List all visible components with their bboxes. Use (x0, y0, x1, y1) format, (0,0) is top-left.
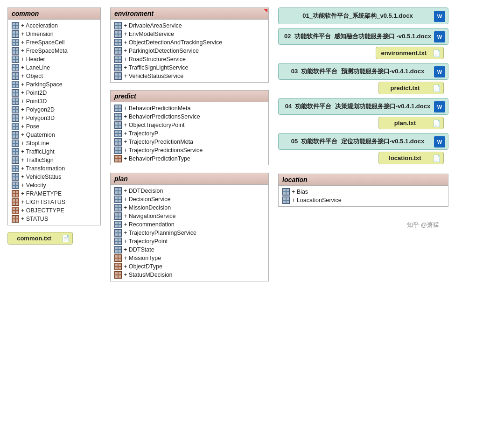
item-label: + Pose (21, 123, 39, 130)
list-item: + VehicleStatusService (112, 72, 266, 80)
svg-rect-1 (16, 23, 18, 25)
field-icon (114, 130, 122, 137)
file-group-3: 04_功能软件平台_决策规划功能服务接口-v0.4.1.docxWplan.tx… (278, 98, 448, 129)
svg-rect-140 (115, 139, 118, 141)
svg-rect-153 (119, 188, 121, 190)
svg-rect-17 (16, 56, 18, 59)
svg-rect-98 (115, 26, 118, 28)
svg-rect-71 (16, 169, 18, 171)
svg-rect-145 (119, 147, 121, 150)
field-icon (114, 212, 122, 220)
svg-rect-28 (13, 82, 15, 84)
file-group-2: 03_功能软件平台_预测功能服务接口-v0.4.1.docxWpredict.t… (278, 63, 448, 94)
word-file-box-2[interactable]: 03_功能软件平台_预测功能服务接口-v0.4.1.docxW (278, 63, 448, 80)
item-label: + ObjectDType (124, 263, 162, 270)
svg-rect-182 (115, 250, 118, 253)
svg-rect-72 (13, 174, 15, 176)
environment-body: + DrivableAreaService+ EnvModelService+ … (111, 20, 268, 82)
field-icon (114, 47, 122, 55)
svg-rect-86 (13, 203, 15, 205)
enum-icon (114, 254, 122, 262)
plan-class-box: plan + DDTDecision+ DecisionService+ Mis… (110, 173, 269, 281)
svg-rect-23 (16, 68, 18, 70)
svg-rect-181 (119, 247, 121, 249)
field-icon (114, 196, 122, 203)
item-label: + TrajectoryP (124, 130, 158, 137)
list-item: + DrivableAreaService (112, 21, 266, 30)
right-column: 01_功能软件平台_系统架构_v0.5.1.docxW02_功能软件平台_感知融… (278, 7, 448, 229)
item-label: + TrafficSign (21, 157, 54, 163)
list-item: + ObjectDetectionAndTrackingService (112, 38, 266, 47)
word-file-box-4[interactable]: 05_功能软件平台_定位功能服务接口-v0.5.1.docxW (278, 133, 448, 150)
svg-rect-193 (119, 272, 121, 274)
common-txt-file[interactable]: common.txt 📄 (7, 232, 73, 245)
item-label: + FreeSpaceMeta (21, 48, 68, 54)
list-item: + Polygon2D (10, 105, 98, 114)
svg-rect-165 (119, 213, 121, 216)
svg-rect-8 (13, 40, 15, 42)
svg-rect-56 (13, 140, 15, 143)
list-item: + MissionType (112, 254, 266, 262)
txt-file-box-1[interactable]: environment.txt📄 (376, 47, 444, 59)
svg-rect-199 (287, 192, 289, 195)
svg-rect-113 (119, 56, 121, 59)
svg-rect-79 (16, 186, 18, 188)
word-file-box-1[interactable]: 02_功能软件平台_感知融合功能服务接口 -v0.5.1.docxW (278, 28, 448, 45)
field-icon (114, 113, 122, 120)
environment-header: environment (111, 8, 268, 20)
list-item: + TrajectoryPlanningService (112, 229, 266, 237)
svg-rect-13 (16, 48, 18, 50)
svg-rect-190 (115, 267, 118, 269)
field-icon (12, 148, 19, 155)
svg-rect-43 (16, 110, 18, 112)
svg-rect-126 (115, 109, 118, 111)
word-file-box-3[interactable]: 04_功能软件平台_决策规划功能服务接口-v0.4.1.docxW (278, 98, 448, 115)
svg-rect-101 (119, 31, 121, 34)
item-label: + RoadStructureService (124, 56, 186, 63)
common-class-box: common + Acceleration+ Dimension+ FreeSp… (7, 7, 101, 225)
svg-rect-143 (119, 142, 121, 145)
svg-rect-174 (115, 233, 118, 236)
svg-rect-103 (119, 35, 121, 37)
svg-rect-34 (13, 93, 15, 96)
field-icon (12, 89, 19, 97)
svg-rect-39 (16, 102, 18, 104)
svg-rect-202 (283, 201, 286, 203)
list-item: + LaneLine (10, 63, 98, 72)
svg-rect-22 (13, 68, 15, 70)
item-label: + LoacationService (292, 197, 342, 203)
svg-rect-51 (16, 127, 18, 129)
item-label: + StopLine (21, 140, 49, 147)
common-txt-label: common.txt (17, 235, 51, 242)
item-label: + VehicleStatus (21, 174, 62, 180)
svg-rect-139 (119, 134, 121, 136)
svg-rect-122 (115, 77, 118, 79)
item-label: + Point2D (21, 90, 47, 96)
field-icon (114, 22, 122, 29)
svg-rect-0 (13, 23, 15, 25)
svg-rect-159 (119, 200, 121, 202)
svg-rect-120 (115, 73, 118, 76)
svg-rect-114 (115, 60, 118, 62)
svg-rect-16 (13, 56, 15, 59)
svg-rect-6 (13, 35, 15, 37)
svg-rect-198 (283, 192, 286, 195)
svg-rect-50 (13, 127, 15, 129)
svg-rect-129 (119, 114, 121, 116)
txt-icon-1: 📄 (433, 49, 441, 57)
svg-rect-175 (119, 233, 121, 236)
svg-rect-14 (13, 51, 15, 54)
txt-file-box-2[interactable]: predict.txt📄 (378, 82, 444, 94)
word-file-box-0[interactable]: 01_功能软件平台_系统架构_v0.5.1.docxW (278, 7, 448, 24)
svg-rect-3 (16, 26, 18, 28)
list-item: + Recommendation (112, 220, 266, 229)
txt-file-box-3[interactable]: plan.txt📄 (378, 117, 444, 129)
file-name-2: 03_功能软件平台_预测功能服务接口-v0.4.1.docx (291, 68, 424, 75)
svg-rect-7 (16, 35, 18, 37)
svg-rect-45 (16, 115, 18, 118)
svg-rect-77 (16, 182, 18, 185)
item-label: + DrivableAreaService (124, 22, 182, 29)
svg-rect-187 (119, 259, 121, 261)
svg-rect-138 (115, 134, 118, 136)
txt-file-box-4[interactable]: location.txt📄 (378, 152, 444, 164)
